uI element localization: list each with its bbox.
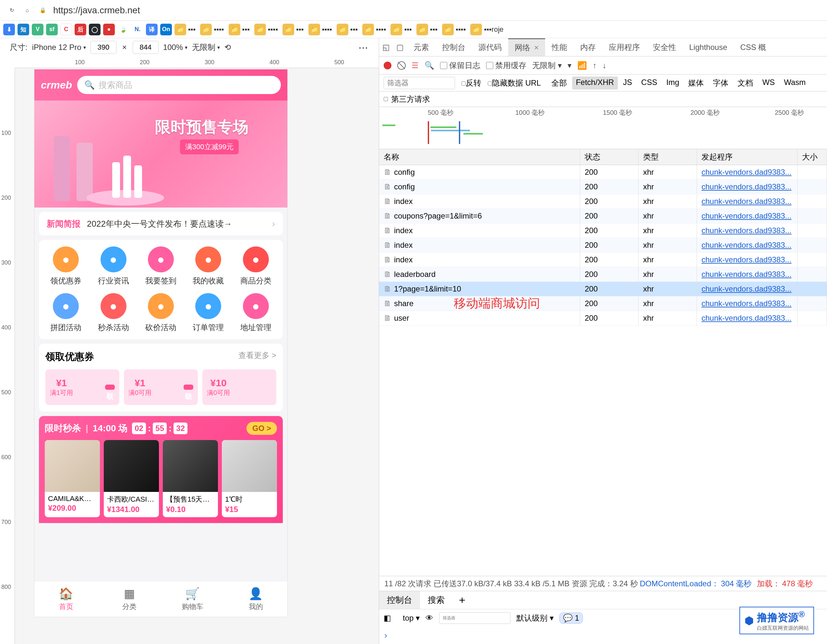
inspect-icon[interactable]: ◱ xyxy=(379,43,393,52)
bookmark-folder-icon[interactable]: 📁 xyxy=(390,24,402,35)
address-bar[interactable]: https://java.crmeb.net xyxy=(53,5,140,16)
filter-type-tab[interactable]: JS xyxy=(619,76,636,89)
network-overview[interactable]: 500 毫秒 1000 毫秒 1500 毫秒 2000 毫秒 2500 毫秒 xyxy=(379,107,827,149)
device-height-input[interactable] xyxy=(133,41,159,54)
network-row[interactable]: 🗎share 200 xhr chunk-vendors.dad9383... xyxy=(379,296,827,311)
filter-type-tab[interactable]: 媒体 xyxy=(684,76,708,89)
col-initiator[interactable]: 发起程序 xyxy=(697,149,797,165)
download-icon[interactable]: ↓ xyxy=(602,61,607,70)
initiator-link[interactable]: chunk-vendors.dad9383... xyxy=(702,255,792,264)
nav-grid-item[interactable]: ● 砍价活动 xyxy=(137,293,184,333)
bookmark-folder-icon[interactable]: 📁 xyxy=(417,24,428,35)
bookmark-icon[interactable]: On xyxy=(160,24,172,35)
reload-icon[interactable]: ↻ xyxy=(6,5,17,16)
network-row[interactable]: 🗎index 200 xhr chunk-vendors.dad9383... xyxy=(379,194,827,209)
nav-grid-item[interactable]: ● 我要签到 xyxy=(137,246,184,286)
network-row[interactable]: 🗎user 200 xhr chunk-vendors.dad9383... xyxy=(379,311,827,326)
flash-product-card[interactable]: CAMILA&KORALI ¥209.00 xyxy=(45,440,100,517)
wifi-icon[interactable]: 📶 xyxy=(577,61,587,70)
sidebar-toggle-icon[interactable]: ◧ xyxy=(384,613,391,622)
bookmark-folder-icon[interactable]: 📁 xyxy=(254,24,266,35)
bookmark-icon[interactable]: sf xyxy=(46,24,58,35)
throttle-select[interactable]: 无限制 ▾ xyxy=(192,42,220,53)
network-row[interactable]: 🗎coupons?page=1&limit=6 200 xhr chunk-ve… xyxy=(379,209,827,223)
filter-type-tab[interactable]: 文档 xyxy=(733,76,757,89)
tabbar-item[interactable]: ▦ 分类 xyxy=(98,582,161,617)
context-select[interactable]: top ▾ xyxy=(403,613,420,622)
flash-product-card[interactable]: 【预售15天】CRD ¥0.10 xyxy=(163,440,218,517)
bookmark-icon[interactable]: 后 xyxy=(75,24,86,35)
nav-grid-item[interactable]: ● 领优惠券 xyxy=(42,246,89,286)
promo-banner[interactable]: 限时预售专场 满300立减99元 xyxy=(34,101,287,207)
initiator-link[interactable]: chunk-vendors.dad9383... xyxy=(702,211,792,220)
bookmark-folder-icon[interactable]: 📁 xyxy=(470,24,482,35)
tab-sources[interactable]: 源代码 xyxy=(472,38,508,56)
bookmark-folder-icon[interactable]: 📁 xyxy=(337,24,348,35)
record-icon[interactable] xyxy=(384,62,392,69)
go-button[interactable]: GO > xyxy=(247,422,277,435)
bookmark-icon[interactable]: C xyxy=(60,24,72,35)
network-row[interactable]: 🗎index 200 xhr chunk-vendors.dad9383... xyxy=(379,238,827,253)
claim-button[interactable]: 领取 xyxy=(184,385,193,390)
network-row[interactable]: 🗎config 200 xhr chunk-vendors.dad9383... xyxy=(379,165,827,179)
tab-elements[interactable]: 元素 xyxy=(407,38,435,56)
throttle-select[interactable]: 无限制 ▾ xyxy=(532,60,562,71)
initiator-link[interactable]: chunk-vendors.dad9383... xyxy=(702,270,792,279)
thirdparty-checkbox[interactable] xyxy=(384,97,388,101)
flash-product-card[interactable]: 卡西欧/CASIO男表 ¥1341.00 xyxy=(104,440,159,517)
col-status[interactable]: 状态 xyxy=(580,149,638,165)
tab-performance[interactable]: 性能 xyxy=(545,38,574,56)
add-tab-icon[interactable]: + xyxy=(453,594,472,607)
coupon-card[interactable]: ¥1满0可用 领取 xyxy=(124,370,198,405)
bookmark-icon[interactable]: N. xyxy=(132,24,144,35)
initiator-link[interactable]: chunk-vendors.dad9383... xyxy=(702,197,792,206)
close-icon[interactable]: × xyxy=(534,43,539,52)
rotate-icon[interactable]: ⟲ xyxy=(225,43,231,52)
bookmark-folder-icon[interactable]: 📁 xyxy=(229,24,240,35)
coupon-card[interactable]: ¥1满1可用 领取 xyxy=(45,370,119,405)
device-width-input[interactable] xyxy=(91,41,116,54)
bookmark-icon[interactable]: ◯ xyxy=(89,24,101,35)
drawer-tab-search[interactable]: 搜索 xyxy=(420,591,453,609)
tabbar-item[interactable]: 🏠 首页 xyxy=(34,582,98,617)
tab-lighthouse[interactable]: Lighthouse xyxy=(683,38,733,56)
col-name[interactable]: 名称 xyxy=(379,149,580,165)
nav-grid-item[interactable]: ● 商品分类 xyxy=(232,246,279,286)
drawer-tab-console[interactable]: 控制台 xyxy=(379,591,420,609)
initiator-link[interactable]: chunk-vendors.dad9383... xyxy=(702,313,792,322)
clear-icon[interactable] xyxy=(397,61,406,70)
network-row[interactable]: 🗎1?page=1&limit=10 200 xhr chunk-vendors… xyxy=(379,282,827,296)
filter-icon[interactable]: ☰ xyxy=(412,61,419,70)
bookmark-icon[interactable]: 译 xyxy=(146,24,158,35)
filter-type-tab[interactable]: 全部 xyxy=(548,76,571,89)
coupon-card[interactable]: ¥10满0可用 xyxy=(202,370,276,405)
tab-application[interactable]: 应用程序 xyxy=(602,38,646,56)
filter-type-tab[interactable]: WS xyxy=(758,76,779,89)
eye-icon[interactable]: 👁 xyxy=(426,613,433,622)
nav-grid-item[interactable]: ● 订单管理 xyxy=(184,293,232,333)
view-more-link[interactable]: 查看更多 > xyxy=(239,350,276,363)
col-type[interactable]: 类型 xyxy=(638,149,697,165)
initiator-link[interactable]: chunk-vendors.dad9383... xyxy=(702,182,792,191)
claim-button[interactable]: 领取 xyxy=(105,385,115,390)
tabbar-item[interactable]: 👤 我的 xyxy=(224,582,287,617)
bookmark-folder-icon[interactable]: 📁 xyxy=(175,24,186,35)
home-icon[interactable]: ⌂ xyxy=(22,5,33,16)
bookmark-folder-icon[interactable]: 📁 xyxy=(200,24,212,35)
col-size[interactable]: 大小 xyxy=(797,149,827,165)
tab-css[interactable]: CSS 概 xyxy=(733,38,772,56)
bookmark-icon[interactable]: ⬇ xyxy=(3,24,15,35)
bookmark-icon[interactable]: 知 xyxy=(17,24,29,35)
filter-type-tab[interactable]: Img xyxy=(662,76,683,89)
bookmark-icon[interactable]: 🍃 xyxy=(117,24,129,35)
bookmark-icon[interactable]: V xyxy=(32,24,44,35)
bookmark-folder-icon[interactable]: 📁 xyxy=(442,24,454,35)
nav-grid-item[interactable]: ● 秒杀活动 xyxy=(89,293,137,333)
tab-memory[interactable]: 内存 xyxy=(574,38,602,56)
network-row[interactable]: 🗎index 200 xhr chunk-vendors.dad9383... xyxy=(379,223,827,238)
flash-product-card[interactable]: 1℃时 ¥15 xyxy=(222,440,277,517)
issues-badge[interactable]: 💬 1 xyxy=(559,613,583,624)
bookmark-folder-icon[interactable]: 📁 xyxy=(282,24,294,35)
bookmark-folder-icon[interactable]: 📁 xyxy=(309,24,320,35)
network-row[interactable]: 🗎leaderboard 200 xhr chunk-vendors.dad93… xyxy=(379,267,827,282)
